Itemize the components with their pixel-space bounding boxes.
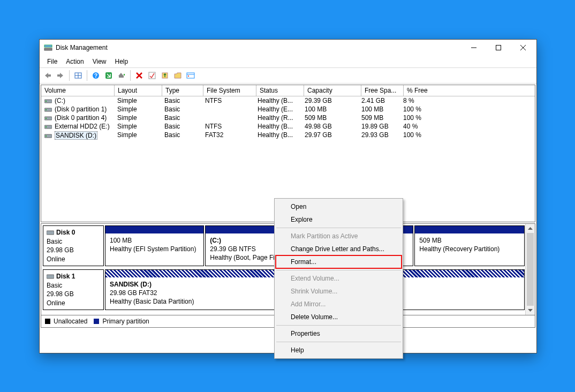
menu-item[interactable]: Open — [276, 200, 402, 213]
properties-icon[interactable] — [146, 70, 158, 81]
col-free[interactable]: Free Spa... — [361, 85, 404, 96]
volume-row[interactable]: (Disk 0 partition 1)SimpleBasicHealthy (… — [41, 105, 535, 114]
volume-type: Basic — [161, 131, 202, 140]
disk-info[interactable]: Disk 1Basic29.98 GBOnline — [43, 269, 104, 310]
grid-header: Volume Layout Type File System Status Ca… — [41, 85, 535, 96]
volume-fs: FAT32 — [202, 131, 254, 140]
volume-capacity: 100 MB — [301, 105, 358, 114]
menu-item[interactable]: Change Drive Letter and Paths... — [276, 243, 402, 255]
delete-icon[interactable] — [133, 70, 145, 81]
volume-fs — [202, 114, 254, 122]
svg-rect-14 — [119, 76, 124, 78]
svg-rect-28 — [46, 118, 47, 119]
list-icon[interactable] — [185, 70, 196, 81]
svg-rect-26 — [46, 109, 47, 110]
col-capacity[interactable]: Capacity — [304, 85, 361, 96]
volume-capacity: 49.98 GB — [301, 122, 358, 131]
menu-item[interactable]: Format... — [276, 255, 402, 268]
volume-status: Healthy (E... — [254, 105, 301, 114]
maximize-button[interactable] — [486, 40, 511, 56]
menu-item[interactable]: Help — [276, 344, 402, 357]
col-layout[interactable]: Layout — [115, 85, 162, 96]
svg-rect-15 — [124, 74, 125, 76]
svg-rect-32 — [46, 135, 47, 137]
volume-name: (Disk 0 partition 4) — [55, 114, 107, 122]
volume-type: Basic — [161, 105, 202, 114]
legend-swatch-primary — [94, 319, 99, 324]
drive-icon — [44, 133, 52, 138]
context-menu[interactable]: OpenExploreMark Partition as ActiveChang… — [274, 198, 403, 359]
svg-rect-3 — [496, 46, 501, 50]
svg-rect-20 — [187, 73, 194, 78]
volume-row[interactable]: (Disk 0 partition 4)SimpleBasicHealthy (… — [41, 114, 535, 122]
scroll-up-icon[interactable] — [526, 224, 535, 233]
menu-item[interactable]: Properties — [276, 327, 402, 340]
scroll-thumb[interactable] — [527, 233, 534, 306]
upload-icon[interactable] — [159, 70, 171, 81]
menu-item[interactable]: Explore — [276, 213, 402, 226]
volume-name: (C:) — [55, 97, 65, 104]
volume-capacity: 509 MB — [301, 114, 358, 122]
menu-action[interactable]: Action — [62, 57, 88, 66]
volume-layout: Simple — [114, 122, 161, 131]
svg-rect-0 — [44, 45, 52, 47]
back-icon[interactable] — [42, 70, 54, 81]
volume-name: (Disk 0 partition 1) — [55, 105, 107, 113]
menu-item[interactable]: Delete Volume... — [276, 311, 402, 323]
drive-icon — [44, 98, 52, 103]
disk-info[interactable]: Disk 0Basic29.98 GBOnline — [43, 225, 104, 266]
refresh-icon[interactable] — [103, 70, 115, 81]
volume-free: 29.93 GB — [358, 131, 400, 140]
window-title: Disk Management — [56, 44, 461, 51]
eject-icon[interactable] — [116, 70, 127, 81]
volume-layout: Simple — [114, 105, 161, 114]
menu-item: Add Mirror... — [276, 298, 402, 311]
volume-type: Basic — [161, 96, 202, 105]
volume-pct: 40 % — [400, 122, 442, 131]
volume-row[interactable]: (C:)SimpleBasicNTFSHealthy (B...29.39 GB… — [41, 96, 535, 105]
volume-layout: Simple — [114, 114, 161, 122]
volume-row[interactable]: SANDISK (D:)SimpleBasicFAT32Healthy (B..… — [41, 131, 535, 140]
volume-free: 100 MB — [358, 105, 400, 114]
col-status[interactable]: Status — [256, 85, 304, 96]
svg-rect-18 — [149, 72, 155, 79]
volume-layout: Simple — [114, 131, 161, 140]
forward-icon[interactable] — [55, 70, 66, 81]
legend-primary: Primary partition — [102, 318, 149, 325]
close-button[interactable] — [511, 40, 535, 56]
minimize-button[interactable] — [461, 40, 486, 56]
volume-type: Basic — [161, 114, 202, 122]
volume-capacity: 29.39 GB — [301, 96, 358, 105]
view-grid-icon[interactable] — [72, 70, 84, 81]
volume-fs: NTFS — [202, 122, 254, 131]
col-volume[interactable]: Volume — [41, 85, 115, 96]
col-pct[interactable]: % Free — [404, 85, 445, 96]
svg-rect-1 — [44, 48, 52, 50]
volume-name: External HDD2 (E:) — [55, 123, 110, 130]
partition[interactable]: 100 MBHealthy (EFI System Partition) — [105, 225, 204, 266]
menu-file[interactable]: File — [43, 57, 62, 66]
svg-point-22 — [188, 76, 189, 77]
app-icon — [44, 43, 52, 52]
volume-capacity: 29.97 GB — [301, 131, 358, 140]
volume-free: 19.89 GB — [358, 122, 400, 131]
volume-status: Healthy (R... — [254, 114, 301, 122]
folder-icon[interactable] — [172, 70, 184, 81]
volume-pct: 8 % — [400, 96, 442, 105]
partition[interactable]: 509 MBHealthy (Recovery Partition) — [414, 225, 525, 266]
svg-rect-34 — [47, 275, 54, 278]
drive-icon — [44, 124, 52, 129]
vertical-scrollbar[interactable] — [525, 224, 535, 315]
help-icon[interactable]: ? — [90, 70, 102, 81]
col-fs[interactable]: File System — [203, 85, 256, 96]
volume-layout: Simple — [114, 96, 161, 105]
titlebar[interactable]: Disk Management — [40, 40, 536, 56]
menu-help[interactable]: Help — [111, 57, 133, 66]
scroll-down-icon[interactable] — [526, 306, 535, 315]
svg-rect-33 — [47, 231, 54, 235]
volume-row[interactable]: External HDD2 (E:)SimpleBasicNTFSHealthy… — [41, 122, 535, 131]
volume-pct: 100 % — [400, 131, 442, 140]
menu-view[interactable]: View — [88, 57, 111, 66]
col-type[interactable]: Type — [162, 85, 203, 96]
svg-text:?: ? — [94, 73, 97, 79]
